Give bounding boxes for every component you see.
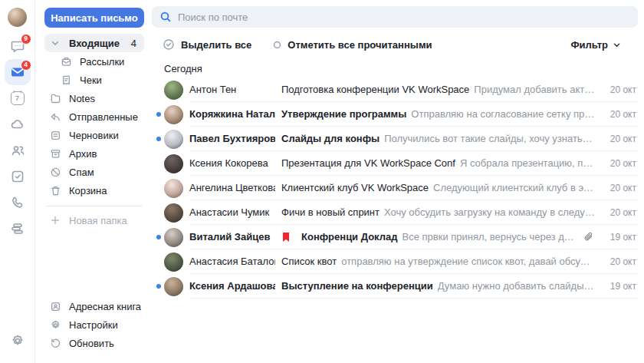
folder-icon	[49, 92, 61, 104]
email-sender: Ксения Ардашова	[189, 280, 275, 292]
chat-badge: 9	[21, 34, 31, 45]
folder-label: Архив	[69, 148, 97, 160]
select-all-button[interactable]: Выделить все	[163, 38, 251, 51]
email-row[interactable]: Ксения Кокорева Презентация для VK WorkS…	[152, 151, 638, 176]
services-app-button[interactable]	[5, 216, 31, 242]
email-row[interactable]: Виталий Зайцев Конфренци ДокладВсе првки…	[152, 225, 638, 249]
inbox-count: 4	[131, 38, 136, 49]
new-folder-label: Новая папка	[69, 215, 127, 226]
search-icon	[159, 11, 172, 23]
sidebar-item-receipts[interactable]: Чеки	[44, 71, 144, 89]
draft-icon	[49, 129, 61, 141]
email-date: 20 окт	[603, 134, 636, 144]
folder-list: Входящие 4 Рассылки Чеки Notes	[44, 34, 144, 200]
new-folder-button[interactable]: Новая папка	[44, 211, 144, 229]
folder-label: Рассылки	[80, 56, 124, 68]
mark-all-read-label: Отметить все прочитанными	[288, 39, 432, 51]
filter-button[interactable]: Фильтр	[570, 39, 621, 51]
email-preview: Придумал добавить активности на конфер…	[474, 84, 595, 95]
email-sender: Виталий Зайцев	[189, 231, 275, 243]
settings-button[interactable]: Настройки	[44, 315, 144, 334]
email-row[interactable]: Антон Тен Подготовка конференции VK Work…	[152, 78, 638, 102]
compose-button[interactable]: Написать письмо	[44, 8, 144, 28]
mark-all-read-button[interactable]: Отметить все прочитанными	[273, 39, 432, 51]
folder-label: Чеки	[80, 74, 102, 86]
avatar	[164, 277, 183, 296]
calendar-day-number: 7	[15, 95, 19, 102]
calendar-app-button[interactable]: 7	[5, 85, 31, 111]
search-input[interactable]	[178, 12, 630, 23]
main-content: Выделить все Отметить все прочитанными Ф…	[150, 0, 644, 363]
email-preview: Я собрала презентацию, прошу посмотри се…	[460, 157, 595, 169]
sidebar-item-sent[interactable]: Отправленные	[44, 107, 144, 126]
sidebar-footer: Адресная книга Настройки Обновить	[44, 297, 144, 352]
circle-icon	[273, 41, 281, 49]
address-book-button[interactable]: Адресная книга	[44, 297, 144, 315]
mail-app-button[interactable]: 4	[5, 59, 31, 85]
email-preview: отправляю на утверждение список квот, да…	[341, 256, 595, 267]
app-rail: 9 4 7	[0, 0, 35, 363]
email-preview: Отправляю на согласование сетку программ…	[411, 108, 595, 120]
email-row[interactable]: Ангелина Цветкова Клиентский клуб VK Wor…	[152, 176, 638, 200]
user-avatar[interactable]	[8, 8, 27, 27]
avatar	[164, 179, 183, 198]
flag-icon	[281, 232, 291, 243]
address-book-icon	[49, 300, 61, 312]
sidebar-item-drafts[interactable]: Черновики	[44, 126, 144, 144]
rail-settings-button[interactable]	[5, 328, 31, 354]
sidebar-item-spam[interactable]: Спам	[44, 163, 144, 181]
chevron-down-icon	[613, 41, 621, 49]
contacts-app-button[interactable]	[5, 137, 31, 163]
chat-app-button[interactable]: 9	[5, 33, 31, 59]
email-subject: Подготовка конференции VK WorkSpace	[281, 84, 469, 95]
email-row[interactable]: Павел Бухтияров Слайды для конфыПолучили…	[152, 127, 638, 151]
email-subject: Слайды для конфы	[281, 133, 380, 144]
tasks-app-button[interactable]	[5, 163, 31, 190]
email-sender: Павел Бухтияров	[189, 133, 275, 144]
unread-dot	[156, 284, 161, 289]
services-icon	[10, 221, 25, 236]
email-subject: Список квот	[281, 256, 337, 267]
email-preview: Думаю нужно добавить слайды и рассказать…	[438, 280, 595, 292]
mail-badge: 4	[21, 60, 31, 71]
sidebar-item-notes[interactable]: Notes	[44, 89, 144, 107]
toolbar: Выделить все Отметить все прочитанными Ф…	[152, 37, 638, 52]
archive-icon	[49, 147, 61, 160]
email-date: 19 окт	[603, 232, 636, 243]
email-preview: Все првки принял, вернусь через день с и…	[402, 231, 576, 243]
search-bar[interactable]	[152, 6, 638, 28]
email-sender: Анастасии Чумик	[189, 206, 275, 218]
avatar	[164, 130, 183, 149]
email-row[interactable]: Анастасия Баталова Список квототправляю …	[152, 249, 638, 274]
calls-app-button[interactable]	[5, 190, 31, 216]
email-subject: Утверждение программы	[281, 108, 406, 120]
email-sender: Коряжкина Наталья	[189, 108, 275, 120]
calendar-icon: 7	[11, 91, 25, 105]
sidebar-divider	[46, 206, 143, 206]
sidebar-item-archive[interactable]: Архив	[44, 144, 144, 163]
folder-label: Notes	[69, 93, 95, 104]
email-sender: Ангелина Цветкова	[189, 182, 275, 193]
sidebar-item-inbox[interactable]: Входящие 4	[44, 34, 144, 52]
email-row[interactable]: Коряжкина Наталья Утверждение программыО…	[152, 102, 638, 127]
folder-label: Корзина	[69, 185, 107, 196]
email-date: 20 окт	[603, 183, 636, 193]
refresh-icon	[49, 337, 61, 349]
avatar	[164, 154, 183, 173]
email-row[interactable]: Анастасии Чумик Фичи в новый спринтХочу …	[152, 200, 638, 225]
email-subject: Конфренци Доклад	[301, 231, 398, 243]
email-row[interactable]: Ксения Ардашова Выступление на конференц…	[152, 274, 638, 299]
email-sender: Анастасия Баталова	[189, 256, 275, 267]
avatar	[164, 105, 183, 124]
email-subject: Фичи в новый спринт	[281, 206, 380, 218]
refresh-button[interactable]: Обновить	[44, 334, 144, 352]
sidebar-item-newsletters[interactable]: Рассылки	[44, 52, 144, 71]
paperclip-icon	[583, 231, 595, 243]
select-all-label: Выделить все	[181, 39, 251, 51]
settings-gear-icon	[49, 318, 61, 331]
phone-icon	[10, 195, 25, 210]
sidebar-item-trash[interactable]: Корзина	[44, 181, 144, 200]
cloud-app-button[interactable]	[5, 111, 31, 137]
newsletter-icon	[60, 55, 72, 68]
chevron-down-icon	[49, 37, 61, 49]
